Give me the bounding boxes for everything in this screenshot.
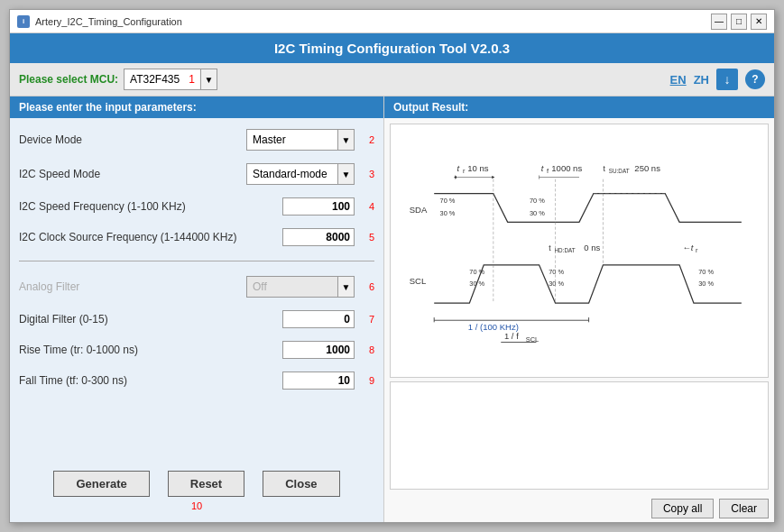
speed-mode-select[interactable]: Standard-mode ▼ — [246, 163, 355, 185]
close-button[interactable]: Close — [263, 471, 339, 497]
analog-filter-control: Off ▼ 6 — [246, 276, 374, 298]
title-bar-controls: — □ ✕ — [711, 14, 767, 30]
app-title: I2C Timing Configuration Tool V2.0.3 — [274, 41, 510, 56]
fall-time-input[interactable] — [282, 371, 355, 390]
svg-text:t: t — [549, 243, 551, 252]
digital-filter-row: Digital Filter (0-15) 7 — [19, 310, 374, 328]
speed-freq-row: I2C Speed Frequency (1-100 KHz) 4 — [19, 197, 374, 216]
minimize-button[interactable]: — — [711, 14, 727, 30]
divider — [19, 261, 374, 261]
analog-filter-row: Analog Filter Off ▼ 6 — [19, 276, 374, 298]
svg-text:1 / (100 KHz): 1 / (100 KHz) — [468, 322, 519, 332]
input-panel-title: Please enter the input parameters: — [19, 101, 197, 114]
copy-all-button[interactable]: Copy all — [651, 499, 714, 518]
mcu-selector[interactable]: AT32F435 1 ▼ — [124, 69, 217, 90]
generate-label: Generate — [76, 477, 126, 491]
input-panel-body: Device Mode Master ▼ 2 I2C Speed Mode — [10, 118, 383, 462]
device-mode-label: Device Mode — [19, 133, 246, 146]
mcu-bar-left: Please select MCU: AT32F435 1 ▼ — [19, 69, 217, 90]
svg-text:30 %: 30 % — [698, 280, 714, 288]
input-panel-header: Please enter the input parameters: — [10, 96, 383, 118]
svg-text:SU:DAT: SU:DAT — [609, 168, 630, 174]
download-button[interactable]: ↓ — [716, 69, 738, 90]
clock-freq-control: 5 — [282, 228, 374, 246]
digital-filter-num: 7 — [362, 314, 374, 325]
rise-time-control: 8 — [282, 341, 374, 359]
svg-text:250 ns: 250 ns — [634, 163, 660, 173]
analog-filter-select[interactable]: Off ▼ — [246, 276, 355, 298]
svg-text:←t: ←t — [682, 243, 694, 252]
device-mode-arrow[interactable]: ▼ — [337, 130, 354, 150]
output-panel-body: t r 10 ns t f 1000 ns t SU:DAT — [384, 118, 774, 495]
device-mode-row: Device Mode Master ▼ 2 — [19, 129, 374, 151]
device-mode-select[interactable]: Master ▼ — [246, 129, 355, 151]
lang-zh-button[interactable]: ZH — [694, 73, 709, 87]
device-mode-control: Master ▼ 2 — [246, 129, 374, 151]
speed-freq-control: 4 — [282, 197, 374, 216]
reset-button[interactable]: Reset — [168, 471, 244, 497]
app-icon: i — [17, 15, 30, 28]
mcu-dropdown-arrow[interactable]: ▼ — [200, 69, 217, 89]
scl-label: SCL — [410, 276, 427, 286]
speed-freq-label: I2C Speed Frequency (1-100 KHz) — [19, 200, 282, 213]
digital-filter-label: Digital Filter (0-15) — [19, 313, 282, 326]
speed-freq-input[interactable] — [282, 197, 355, 216]
speed-freq-num: 4 — [362, 201, 374, 212]
mcu-bar: Please select MCU: AT32F435 1 ▼ EN ZH ↓ … — [10, 63, 774, 96]
generate-button[interactable]: Generate — [53, 471, 149, 497]
svg-text:10 ns: 10 ns — [467, 163, 489, 173]
lang-en-button[interactable]: EN — [670, 73, 687, 87]
mcu-bar-right: EN ZH ↓ ? — [670, 69, 765, 90]
svg-text:1 / f: 1 / f — [504, 331, 519, 341]
app-header: I2C Timing Configuration Tool V2.0.3 — [10, 33, 774, 63]
close-label: Close — [285, 477, 317, 491]
svg-text:30 %: 30 % — [549, 280, 564, 288]
close-button[interactable]: ✕ — [751, 14, 767, 30]
button-row: Generate Reset Close — [10, 462, 383, 506]
svg-text:HD:DAT: HD:DAT — [554, 247, 575, 253]
analog-filter-arrow[interactable]: ▼ — [337, 277, 354, 297]
svg-text:70 %: 70 % — [530, 197, 545, 205]
clear-button[interactable]: Clear — [719, 499, 769, 518]
timing-diagram: t r 10 ns t f 1000 ns t SU:DAT — [390, 124, 769, 378]
rise-time-input[interactable] — [282, 341, 355, 359]
mcu-field-num: 1 — [185, 71, 200, 87]
svg-text:t: t — [457, 163, 460, 173]
help-button[interactable]: ? — [745, 69, 765, 89]
timing-svg: t r 10 ns t f 1000 ns t SU:DAT — [398, 132, 761, 370]
main-content: Please enter the input parameters: Devic… — [10, 96, 774, 522]
left-panel: Please enter the input parameters: Devic… — [10, 96, 384, 522]
speed-mode-arrow[interactable]: ▼ — [337, 164, 354, 184]
clear-label: Clear — [731, 502, 757, 515]
title-bar: i Artery_I2C_Timing_Configuration — □ ✕ — [10, 10, 774, 33]
svg-text:70 %: 70 % — [549, 268, 564, 276]
output-panel-header: Output Result: — [384, 96, 774, 118]
svg-text:f: f — [547, 167, 549, 175]
rise-time-num: 8 — [362, 344, 374, 355]
svg-text:70 %: 70 % — [698, 268, 714, 276]
clock-freq-input[interactable] — [282, 228, 355, 246]
clock-freq-label: I2C Clock Source Frequency (1-144000 KHz… — [19, 231, 282, 243]
output-text-area[interactable] — [390, 381, 769, 490]
mcu-label: Please select MCU: — [19, 73, 118, 86]
svg-text:r: r — [696, 246, 698, 254]
svg-text:t: t — [541, 163, 544, 173]
clock-freq-num: 5 — [362, 232, 374, 243]
svg-text:0 ns: 0 ns — [584, 243, 600, 252]
speed-mode-num: 3 — [362, 169, 374, 179]
sda-waveform — [434, 194, 742, 223]
svg-text:70 %: 70 % — [440, 197, 456, 205]
download-icon: ↓ — [724, 72, 731, 87]
device-mode-value: Master — [247, 132, 337, 148]
button-area: Generate Reset Close 10 — [10, 462, 383, 522]
digital-filter-input[interactable] — [282, 310, 355, 328]
maximize-button[interactable]: □ — [731, 14, 747, 30]
svg-text:t: t — [603, 164, 605, 173]
analog-filter-label: Analog Filter — [19, 280, 246, 293]
svg-text:30 %: 30 % — [440, 209, 456, 217]
rise-time-label: Rise Time (tr: 0-1000 ns) — [19, 344, 282, 356]
svg-text:30 %: 30 % — [530, 209, 545, 217]
main-window: i Artery_I2C_Timing_Configuration — □ ✕ … — [9, 9, 775, 523]
button-num: 10 — [10, 500, 383, 515]
svg-text:r: r — [463, 167, 466, 175]
